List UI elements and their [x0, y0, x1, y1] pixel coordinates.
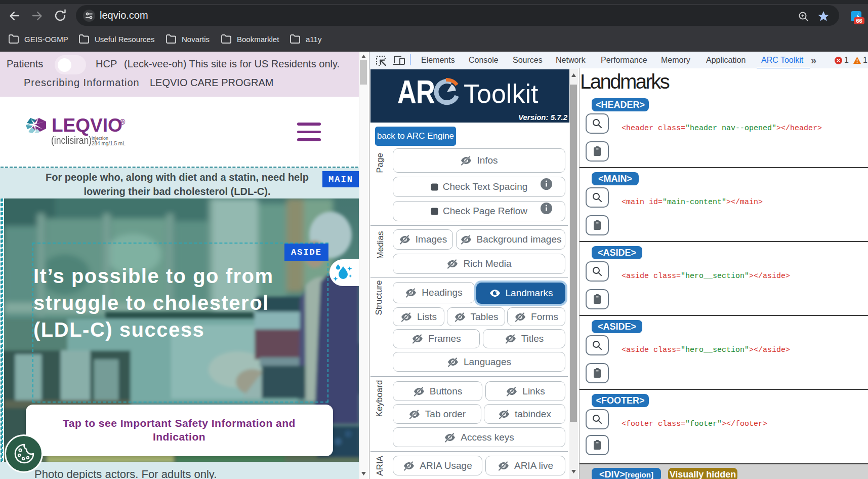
- svg-text:Toolkit: Toolkit: [464, 79, 539, 108]
- svg-text:AR: AR: [397, 77, 435, 108]
